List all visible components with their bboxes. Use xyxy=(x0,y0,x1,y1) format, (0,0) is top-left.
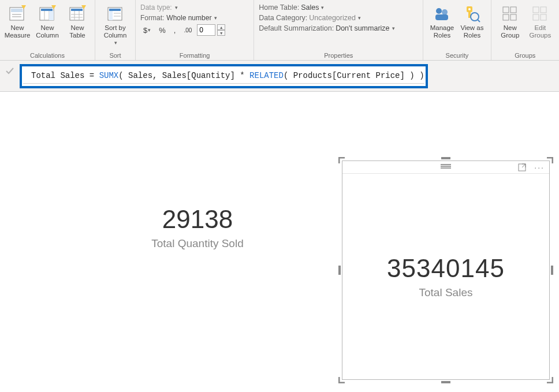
thousands-button[interactable]: , xyxy=(171,24,179,36)
manage-roles-button[interactable]: Manage Roles xyxy=(428,3,456,40)
data-type-label: Data type: xyxy=(140,3,172,12)
data-category-value: Uncategorized xyxy=(309,14,356,22)
svg-rect-1 xyxy=(11,9,23,12)
new-column-icon xyxy=(38,5,57,23)
resize-handle-bottom[interactable] xyxy=(441,381,450,383)
card-value: 35340145 xyxy=(387,254,505,283)
new-measure-button[interactable]: New Measure xyxy=(3,3,31,40)
group-properties: Home Table: Sales ▾ Data Category: Uncat… xyxy=(254,0,423,60)
svg-rect-25 xyxy=(435,14,448,20)
commit-formula-button[interactable] xyxy=(0,62,20,80)
chevron-down-icon[interactable]: ▾ xyxy=(175,5,178,10)
new-group-button[interactable]: New Group xyxy=(496,3,524,40)
group-formatting-label: Formatting xyxy=(138,52,251,60)
format-row: Format: Whole number ▾ xyxy=(140,14,249,22)
edit-groups-label: Edit Groups xyxy=(526,24,554,39)
currency-button[interactable]: $ ▾ xyxy=(140,24,154,36)
visual-frame: ··· 35340145 Total Sales xyxy=(342,160,550,380)
view-as-roles-button[interactable]: View as Roles xyxy=(458,3,486,40)
new-measure-icon xyxy=(8,5,27,23)
home-table-dropdown[interactable]: Home Table: Sales ▾ xyxy=(259,3,418,12)
svg-rect-34 xyxy=(510,14,516,20)
spinner-down-icon[interactable]: ▼ xyxy=(217,30,225,36)
decimal-places-icon: .00 xyxy=(184,27,192,33)
summarization-label: Default Summarization: xyxy=(259,24,334,32)
thousands-icon: , xyxy=(174,26,176,35)
svg-rect-12 xyxy=(71,9,83,11)
svg-point-27 xyxy=(468,8,471,10)
formula-fn-sumx: SUMX xyxy=(99,71,119,80)
resize-handle-br[interactable] xyxy=(546,376,553,383)
group-groups: New Group Edit Groups Groups xyxy=(491,0,559,60)
spinner-up-icon[interactable]: ▲ xyxy=(217,24,225,30)
svg-rect-35 xyxy=(533,7,539,13)
group-groups-label: Groups xyxy=(494,52,557,60)
group-security-label: Security xyxy=(426,52,488,60)
card-total-sales-selected[interactable]: ··· 35340145 Total Sales xyxy=(342,160,550,380)
chevron-down-icon: ▾ xyxy=(148,27,151,33)
svg-point-29 xyxy=(471,13,479,21)
ribbon: New Measure New Column New Table Calcula… xyxy=(0,0,559,61)
chevron-down-icon: ▾ xyxy=(321,5,324,10)
decimal-places-icon-button[interactable]: .00 xyxy=(181,24,195,36)
summarization-dropdown[interactable]: Default Summarization: Don't summarize ▾ xyxy=(259,24,418,32)
new-group-icon xyxy=(501,5,519,23)
new-table-button[interactable]: New Table xyxy=(64,3,91,40)
svg-rect-33 xyxy=(503,14,509,20)
edit-groups-button[interactable]: Edit Groups xyxy=(526,3,554,40)
svg-rect-9 xyxy=(49,11,54,20)
manage-roles-icon xyxy=(433,5,451,23)
chevron-down-icon: ▾ xyxy=(392,25,395,31)
formula-bar-row: Total Sales = SUMX( Sales, Sales[Quantit… xyxy=(0,61,559,92)
format-value[interactable]: Whole number xyxy=(166,14,211,22)
focus-mode-icon[interactable] xyxy=(518,163,526,171)
formula-fn-related: RELATED xyxy=(249,71,284,80)
card-value: 29138 xyxy=(82,205,313,234)
sort-by-column-label: Sort by Column xyxy=(99,24,132,39)
card-body: 35340145 Total Sales xyxy=(342,174,549,379)
svg-line-40 xyxy=(522,164,526,167)
formula-bar-input[interactable]: Total Sales = SUMX( Sales, Sales[Quantit… xyxy=(23,69,424,84)
more-options-icon[interactable]: ··· xyxy=(534,163,545,172)
card-label: Total Quantity Sold xyxy=(82,237,313,250)
data-type-row: Data type: ▾ xyxy=(140,3,249,12)
new-table-label: New Table xyxy=(64,24,91,39)
summarization-value: Don't summarize xyxy=(336,24,389,32)
new-group-label: New Group xyxy=(496,24,524,39)
group-properties-label: Properties xyxy=(256,52,420,60)
manage-roles-label: Manage Roles xyxy=(428,24,456,39)
card-total-quantity-sold[interactable]: 29138 Total Quantity Sold xyxy=(82,205,313,250)
percent-button[interactable]: % xyxy=(156,24,169,36)
new-measure-label: New Measure xyxy=(3,24,31,39)
view-as-roles-label: View as Roles xyxy=(458,24,486,39)
formula-text-prefix: Total Sales = xyxy=(31,71,99,80)
group-sort-label: Sort xyxy=(98,52,133,60)
new-column-button[interactable]: New Column xyxy=(33,3,61,40)
resize-handle-bl[interactable] xyxy=(338,376,345,383)
drag-handle-icon[interactable] xyxy=(441,163,451,169)
resize-handle-right[interactable] xyxy=(551,266,553,275)
chevron-down-icon: ▾ xyxy=(358,15,361,21)
new-column-label: New Column xyxy=(33,24,61,39)
resize-handle-left[interactable] xyxy=(338,266,341,275)
decimal-places-input[interactable] xyxy=(197,24,215,36)
new-table-icon xyxy=(68,5,87,23)
currency-icon: $ xyxy=(143,26,147,35)
card-label: Total Sales xyxy=(419,286,473,299)
resize-handle-tl[interactable] xyxy=(338,157,345,164)
sort-by-column-button[interactable]: Sort by Column ▾ xyxy=(99,3,132,48)
data-category-dropdown[interactable]: Data Category: Uncategorized ▾ xyxy=(259,14,418,22)
svg-rect-31 xyxy=(503,7,509,13)
decimal-spinner[interactable]: ▲ ▼ xyxy=(217,24,225,36)
group-calculations: New Measure New Column New Table Calcula… xyxy=(0,0,95,60)
resize-handle-tr[interactable] xyxy=(546,157,553,164)
group-sort: Sort by Column ▾ Sort xyxy=(95,0,136,60)
svg-rect-38 xyxy=(541,14,546,20)
report-canvas[interactable]: 29138 Total Quantity Sold ··· 35340145 T… xyxy=(0,92,559,392)
svg-rect-37 xyxy=(533,14,539,20)
chevron-down-icon: ▾ xyxy=(114,39,117,47)
resize-handle-top[interactable] xyxy=(441,157,450,159)
svg-point-23 xyxy=(436,8,442,14)
chevron-down-icon[interactable]: ▾ xyxy=(214,15,217,21)
home-table-label: Home Table: xyxy=(259,3,299,12)
